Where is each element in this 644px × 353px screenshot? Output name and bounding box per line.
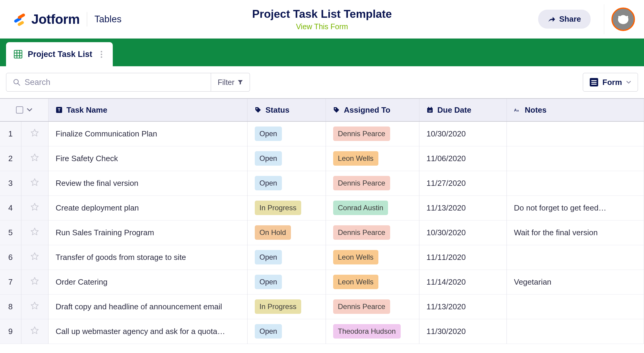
star-icon[interactable] <box>29 178 41 189</box>
cell-task-name[interactable]: Draft copy and headline of announcement … <box>48 294 247 319</box>
table-row[interactable]: 3Review the final versionOpenDennis Pear… <box>0 171 644 195</box>
table-row[interactable]: 9Call up webmaster agency and ask for a … <box>0 319 644 344</box>
cell-notes[interactable]: Do not forget to get feed… <box>507 195 644 220</box>
star-icon[interactable] <box>29 276 41 288</box>
chevron-down-icon[interactable] <box>27 108 32 112</box>
cell-due-date[interactable]: 11/06/2020 <box>419 146 507 171</box>
cell-status[interactable]: Open <box>247 270 326 294</box>
cell-notes[interactable] <box>507 171 644 195</box>
cell-assigned[interactable]: Leon Wells <box>326 146 419 171</box>
cell-task-name[interactable]: Call up webmaster agency and ask for a q… <box>48 319 247 344</box>
cell-notes[interactable] <box>507 245 644 270</box>
form-view-button[interactable]: Form <box>583 73 638 92</box>
table-row[interactable]: 1Finalize Communication PlanOpenDennis P… <box>0 121 644 146</box>
cell-due-date[interactable]: 11/30/2020 <box>419 319 507 344</box>
star-icon[interactable] <box>29 128 41 139</box>
svg-text:T: T <box>58 108 60 112</box>
row-star[interactable] <box>21 245 48 270</box>
cell-assigned[interactable]: Dennis Pearce <box>326 171 419 195</box>
cell-status[interactable]: Open <box>247 146 326 171</box>
table-row[interactable]: 2Fire Safety CheckOpenLeon Wells11/06/20… <box>0 146 644 171</box>
star-icon[interactable] <box>29 202 41 214</box>
chevron-down-icon <box>626 81 631 84</box>
cell-due-date[interactable]: 11/13/2020 <box>419 195 507 220</box>
cell-assigned[interactable]: Dennis Pearce <box>326 220 419 245</box>
row-star[interactable] <box>21 146 48 171</box>
row-star[interactable] <box>21 220 48 245</box>
search-box[interactable] <box>6 73 211 92</box>
column-header-due[interactable]: 10 Due Date <box>419 98 507 121</box>
cell-notes[interactable]: Vegetarian <box>507 270 644 294</box>
cell-status[interactable]: Open <box>247 245 326 270</box>
section-label[interactable]: Tables <box>94 14 122 25</box>
table-row[interactable]: 4Create deployment planIn ProgressConrad… <box>0 195 644 220</box>
tab-menu-icon[interactable] <box>98 51 105 58</box>
select-all-header[interactable] <box>0 98 48 121</box>
cell-notes[interactable] <box>507 121 644 146</box>
cell-task-name[interactable]: Review the final version <box>48 171 247 195</box>
star-icon[interactable] <box>29 252 41 263</box>
star-icon[interactable] <box>29 153 41 164</box>
form-label: Form <box>602 78 622 87</box>
cell-task-name[interactable]: Create deployment plan <box>48 195 247 220</box>
cell-due-date[interactable]: 10/30/2020 <box>419 121 507 146</box>
table-row[interactable]: 5Run Sales Training ProgramOn HoldDennis… <box>0 220 644 245</box>
share-label: Share <box>559 14 581 24</box>
cell-assigned[interactable]: Dennis Pearce <box>326 121 419 146</box>
cell-task-name[interactable]: Run Sales Training Program <box>48 220 247 245</box>
cell-assigned[interactable]: Leon Wells <box>326 270 419 294</box>
filter-button[interactable]: Filter <box>211 73 250 92</box>
cell-due-date[interactable]: 11/14/2020 <box>419 270 507 294</box>
cell-task-name[interactable]: Transfer of goods from storage to site <box>48 245 247 270</box>
cell-notes[interactable] <box>507 146 644 171</box>
cell-notes[interactable] <box>507 294 644 319</box>
cell-assigned[interactable]: Conrad Austin <box>326 195 419 220</box>
cell-task-name[interactable]: Fire Safety Check <box>48 146 247 171</box>
cell-status[interactable]: In Progress <box>247 195 326 220</box>
search-input[interactable] <box>24 78 204 87</box>
page-title: Project Task List Template <box>252 8 392 20</box>
row-star[interactable] <box>21 294 48 319</box>
cell-status[interactable]: On Hold <box>247 220 326 245</box>
cell-status[interactable]: Open <box>247 171 326 195</box>
row-star[interactable] <box>21 319 48 344</box>
row-number: 6 <box>0 245 21 270</box>
cell-status[interactable]: Open <box>247 121 326 146</box>
cell-assigned[interactable]: Dennis Pearce <box>326 294 419 319</box>
checkbox-icon[interactable] <box>16 106 23 114</box>
row-star[interactable] <box>21 171 48 195</box>
column-header-notes[interactable]: Aa Notes <box>507 98 644 121</box>
row-star[interactable] <box>21 121 48 146</box>
cell-due-date[interactable]: 11/13/2020 <box>419 294 507 319</box>
view-form-link[interactable]: View This Form <box>252 22 392 31</box>
table-row[interactable]: 8Draft copy and headline of announcement… <box>0 294 644 319</box>
star-icon[interactable] <box>29 326 41 337</box>
cell-assigned[interactable]: Leon Wells <box>326 245 419 270</box>
column-header-name[interactable]: T Task Name <box>48 98 247 121</box>
tab-project-task-list[interactable]: Project Task List <box>6 42 113 66</box>
row-number: 7 <box>0 270 21 294</box>
star-icon[interactable] <box>29 301 41 312</box>
cell-task-name[interactable]: Order Catering <box>48 270 247 294</box>
column-header-status[interactable]: Status <box>247 98 326 121</box>
column-header-assigned[interactable]: Assigned To <box>326 98 419 121</box>
share-button[interactable]: Share <box>538 10 591 29</box>
cell-notes[interactable]: Wait for the final version <box>507 220 644 245</box>
row-number: 4 <box>0 195 21 220</box>
logo[interactable]: Jotform <box>12 12 80 27</box>
cell-assigned[interactable]: Theodora Hudson <box>326 319 419 344</box>
row-star[interactable] <box>21 195 48 220</box>
table-row[interactable]: 6Transfer of goods from storage to siteO… <box>0 245 644 270</box>
cell-notes[interactable] <box>507 319 644 344</box>
cell-status[interactable]: Open <box>247 319 326 344</box>
star-icon[interactable] <box>29 227 41 238</box>
cell-status[interactable]: In Progress <box>247 294 326 319</box>
row-star[interactable] <box>21 270 48 294</box>
cell-due-date[interactable]: 11/27/2020 <box>419 171 507 195</box>
cell-task-name[interactable]: Finalize Communication Plan <box>48 121 247 146</box>
avatar[interactable] <box>611 8 635 31</box>
jotform-logo-icon <box>12 12 27 27</box>
table-row[interactable]: 7Order CateringOpenLeon Wells11/14/2020V… <box>0 270 644 294</box>
cell-due-date[interactable]: 10/30/2020 <box>419 220 507 245</box>
cell-due-date[interactable]: 11/11/2020 <box>419 245 507 270</box>
